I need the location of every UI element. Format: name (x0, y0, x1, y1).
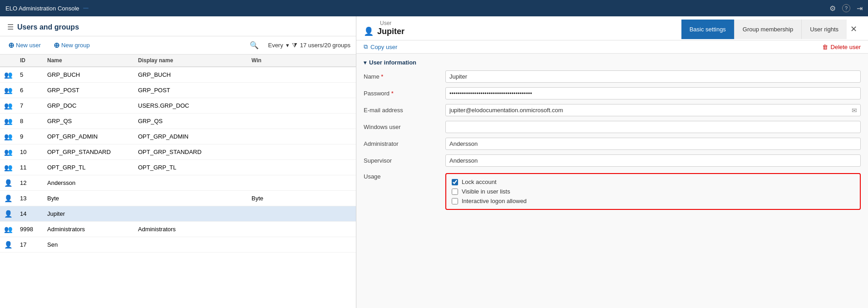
row-id: 8 (16, 116, 44, 126)
row-name: GRP_DOC (44, 100, 134, 111)
password-required: * (391, 90, 394, 97)
table-row[interactable]: 👥 11 OPT_GRP_TL OPT_GRP_TL (0, 160, 356, 175)
copy-user-button[interactable]: ⧉ Copy user (364, 43, 397, 50)
settings-icon[interactable]: ⚙ (829, 4, 836, 13)
user-title-row: 👤 Jupiter (364, 26, 404, 40)
row-name: Administrators (44, 224, 134, 234)
interactive-logon-label[interactable]: Interactive logon allowed (462, 198, 527, 204)
table-row[interactable]: 👥 9998 Administrators Administrators (0, 222, 356, 237)
tab-area: Basic settings Group membership User rig… (681, 20, 861, 39)
table-row[interactable]: 👥 6 GRP_POST GRP_POST (0, 83, 356, 98)
interactive-logon-checkbox[interactable] (452, 198, 458, 204)
col-id-header: ID (16, 57, 44, 64)
row-win (248, 135, 356, 139)
table-row[interactable]: 👤 14 Jupiter (0, 206, 356, 222)
section-header[interactable]: ▾ User information (364, 59, 861, 66)
new-user-button[interactable]: ⊕ New user (5, 39, 44, 51)
chevron-down-icon[interactable]: ▾ (286, 42, 289, 49)
row-id: 17 (16, 239, 44, 250)
logout-icon[interactable]: ⇥ (857, 4, 863, 13)
topbar: ELO Administration Console ⚙ ? ⇥ (0, 0, 868, 16)
right-content: ▾ User information Name * Password * (356, 54, 868, 308)
panel-title: Users and groups (17, 23, 79, 31)
delete-user-button[interactable]: 🗑 Delete user (822, 44, 861, 50)
row-win: Byte (248, 193, 356, 204)
row-win (248, 119, 356, 123)
plus-group-icon: ⊕ (54, 41, 59, 50)
tab-user-rights[interactable]: User rights (801, 20, 847, 39)
usage-field-row: Usage Lock account Visible in user lists (364, 171, 861, 210)
row-type-icon: 👥 (0, 146, 16, 158)
copy-icon: ⧉ (364, 43, 368, 50)
table-row[interactable]: 👤 12 Andersson (0, 175, 356, 191)
right-toolbar: ⧉ Copy user 🗑 Delete user (356, 40, 868, 54)
row-id: 5 (16, 70, 44, 80)
main-layout: ☰ Users and groups ⊕ New user ⊕ New grou… (0, 16, 868, 308)
row-type-icon: 👤 (0, 193, 16, 204)
row-id: 12 (16, 178, 44, 188)
user-breadcrumb: User (364, 18, 404, 26)
row-win (248, 73, 356, 77)
row-win (248, 89, 356, 92)
toolbar: ⊕ New user ⊕ New group 🔍 Every ▾ ⧩ 17 us… (0, 36, 356, 55)
row-name: Sen (44, 239, 134, 250)
help-icon[interactable]: ? (842, 4, 850, 12)
password-label: Password * (364, 90, 445, 97)
windows-user-input[interactable] (445, 121, 861, 133)
row-id: 11 (16, 162, 44, 173)
name-input[interactable] (445, 70, 861, 83)
row-win (248, 228, 356, 231)
row-win (248, 166, 356, 169)
password-input[interactable] (445, 87, 861, 99)
usage-label: Usage (364, 171, 445, 180)
row-type-icon: 👤 (0, 239, 16, 251)
row-display-name: GRP_POST (134, 85, 248, 95)
supervisor-label: Supervisor (364, 157, 445, 164)
search-icon[interactable]: 🔍 (248, 39, 261, 51)
table-row[interactable]: 👤 13 Byte Byte (0, 191, 356, 206)
left-panel: ☰ Users and groups ⊕ New user ⊕ New grou… (0, 16, 356, 308)
table-row[interactable]: 👥 9 OPT_GRP_ADMIN OPT_GRP_ADMIN (0, 129, 356, 144)
table-row[interactable]: 👥 10 OPT_GRP_STANDARD OPT_GRP_STANDARD (0, 144, 356, 160)
plus-icon: ⊕ (8, 41, 14, 50)
administrator-label: Administrator (364, 140, 445, 147)
table-row[interactable]: 👥 8 GRP_QS GRP_QS (0, 114, 356, 129)
row-display-name: USERS.GRP_DOC (134, 100, 248, 111)
usage-section: Lock account Visible in user lists Inter… (445, 173, 861, 210)
close-button[interactable]: ✕ (847, 20, 861, 38)
row-display-name (134, 181, 248, 185)
new-group-button[interactable]: ⊕ New group (51, 39, 93, 51)
password-field-row: Password * (364, 87, 861, 99)
hamburger-icon[interactable]: ☰ (7, 23, 14, 31)
row-type-icon: 👥 (0, 115, 16, 127)
visible-in-user-lists-label[interactable]: Visible in user lists (462, 188, 510, 195)
table-row[interactable]: 👤 17 Sen (0, 237, 356, 253)
administrator-input[interactable] (445, 138, 861, 150)
row-id: 9998 (16, 224, 44, 234)
supervisor-input[interactable] (445, 154, 861, 167)
row-win (248, 243, 356, 247)
table-row[interactable]: 👥 7 GRP_DOC USERS.GRP_DOC (0, 98, 356, 114)
row-name: Jupiter (44, 209, 134, 219)
email-input[interactable] (445, 104, 861, 116)
row-type-icon: 👥 (0, 100, 16, 112)
lock-account-label[interactable]: Lock account (462, 179, 497, 185)
row-display-name (134, 212, 248, 216)
table-body: 👥 5 GRP_BUCH GRP_BUCH 👥 6 GRP_POST GRP_P… (0, 67, 356, 308)
name-label: Name * (364, 73, 445, 80)
lock-account-checkbox[interactable] (452, 179, 458, 185)
dropdown-label: Every (268, 42, 283, 49)
app-title: ELO Administration Console (5, 5, 79, 12)
visible-in-user-lists-checkbox[interactable] (452, 189, 458, 195)
right-header: User 👤 Jupiter Basic settings Group memb… (356, 16, 868, 40)
row-name: GRP_BUCH (44, 70, 134, 80)
name-required: * (381, 73, 383, 80)
tab-group-membership[interactable]: Group membership (734, 20, 801, 39)
filter-area: Every ▾ ⧩ 17 users/20 groups (268, 41, 350, 49)
tab-basic-settings[interactable]: Basic settings (681, 20, 734, 39)
filter-icon[interactable]: ⧩ (292, 41, 297, 49)
table-row[interactable]: 👥 5 GRP_BUCH GRP_BUCH (0, 67, 356, 83)
row-display-name (134, 243, 248, 247)
row-id: 7 (16, 100, 44, 111)
section-title: User information (369, 59, 416, 66)
